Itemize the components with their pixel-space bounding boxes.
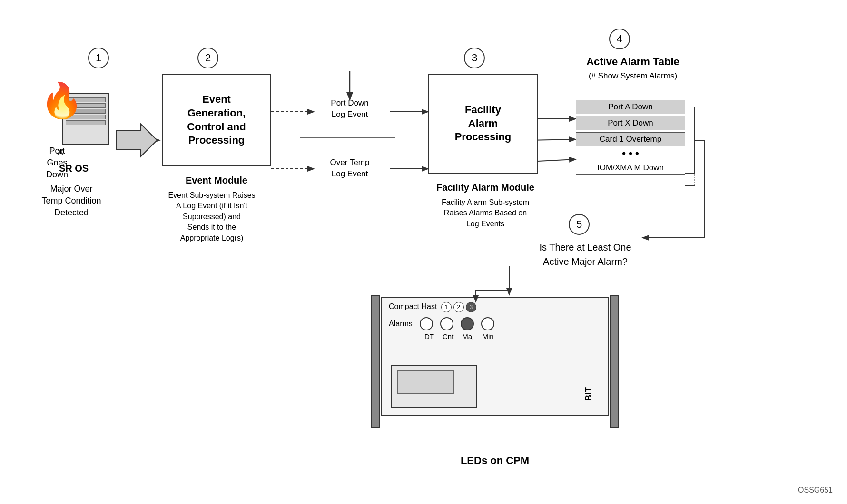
maj-label: Maj xyxy=(462,332,473,340)
cnt-label: Cnt xyxy=(443,332,453,340)
alarm-row-4: IOM/XMA M Down xyxy=(576,161,685,175)
alarm-table: Port A Down Port X Down Card 1 Overtemp … xyxy=(576,100,685,175)
dt-label: DT xyxy=(424,332,434,340)
alarm-row-3: Card 1 Overtemp xyxy=(576,132,685,146)
leds-on-cpm-label: LEDs on CPM xyxy=(461,454,529,468)
event-box-text: Event Generation, Control and Processing xyxy=(187,93,246,147)
port-down-label: Port DownLog Event xyxy=(309,97,390,120)
cpm-circle-1: 1 xyxy=(441,302,452,312)
bit-label: BIT xyxy=(584,387,594,401)
event-desc-label: Event Sub-system RaisesA Log Event (if i… xyxy=(136,190,288,243)
sros-label: SR OS xyxy=(43,162,105,175)
led-maj xyxy=(461,317,474,330)
facility-alarm-box: Facility Alarm Processing xyxy=(428,74,538,174)
major-alarm-question: Is There at Least OneActive Major Alarm? xyxy=(514,240,657,269)
min-label: Min xyxy=(483,332,494,340)
step-5-circle: 5 xyxy=(569,214,590,235)
step-3-number: 3 xyxy=(472,52,477,64)
facility-desc-label: Facility Alarm Sub-systemRaises Alarms B… xyxy=(414,197,557,229)
step-3-circle: 3 xyxy=(464,48,485,68)
step-4-circle: 4 xyxy=(609,29,630,49)
facility-module-label: Facility Alarm Module xyxy=(414,181,557,194)
event-generation-box: Event Generation, Control and Processing xyxy=(162,74,271,166)
alarms-label: Alarms xyxy=(389,320,413,328)
alarm-row-1: Port A Down xyxy=(576,100,685,114)
step-2-circle: 2 xyxy=(197,48,218,68)
show-system-label: (# Show System Alarms) xyxy=(564,70,702,82)
led-cnt xyxy=(440,317,453,330)
led-dt xyxy=(420,317,433,330)
cpm-panel: Compact Hast 1 2 3 Alarms DT Cnt Maj Min xyxy=(371,295,619,447)
step-5-number: 5 xyxy=(576,218,582,231)
event-module-label: Event Module xyxy=(162,174,271,187)
sros-illustration: 🔥 ✕ → xyxy=(38,69,114,145)
over-temp-label: Over TempLog Event xyxy=(309,157,390,180)
step-1-number: 1 xyxy=(96,52,101,64)
alarm-dots: • • • xyxy=(576,146,685,161)
cpm-circle-2: 2 xyxy=(453,302,464,312)
active-alarm-table-title: Active Alarm Table xyxy=(564,55,702,69)
led-min xyxy=(481,317,494,330)
facility-box-text: Facility Alarm Processing xyxy=(455,103,512,144)
compact-hast-label: Compact Hast xyxy=(389,302,437,310)
copyright-label: OSSG651 xyxy=(798,486,833,494)
alarm-row-2: Port X Down xyxy=(576,116,685,130)
major-over-temp-label: Major OverTemp ConditionDetected xyxy=(26,183,117,219)
step-1-circle: 1 xyxy=(88,48,109,68)
svg-marker-3 xyxy=(117,124,157,157)
step-2-number: 2 xyxy=(205,52,211,64)
cpm-circle-3: 3 xyxy=(466,302,476,312)
step-4-number: 4 xyxy=(617,33,622,45)
